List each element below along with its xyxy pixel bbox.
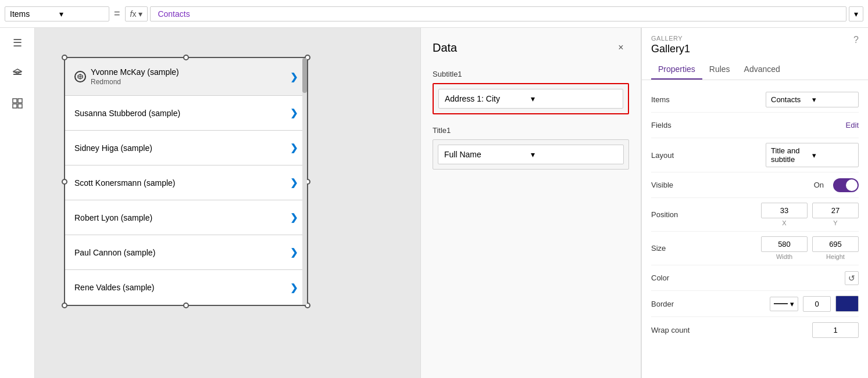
- items-value: Contacts: [771, 95, 812, 104]
- props-panel: GALLERY Gallery1 ? Properties Rules Adva…: [641, 28, 868, 378]
- svg-rect-4: [13, 104, 17, 108]
- color-label: Color: [651, 273, 698, 282]
- subtitle-field-label: Subtitle1: [433, 70, 629, 78]
- gallery-item[interactable]: Sidney Higa (sample) ❯: [65, 131, 307, 165]
- wrap-count-input[interactable]: [812, 322, 859, 338]
- border-value-area: ▾: [698, 296, 859, 312]
- resize-handle-tc[interactable]: [183, 55, 189, 60]
- gallery-item-chevron-icon: ❯: [290, 282, 298, 293]
- title-field-label: Title1: [433, 126, 629, 135]
- fx-italic: fx: [130, 9, 137, 19]
- data-panel-header: Data ×: [433, 39, 629, 56]
- chevron-down-icon: ▾: [854, 9, 858, 19]
- fields-value-area: Edit: [698, 121, 859, 129]
- props-tabs: Properties Rules Advanced: [651, 60, 859, 80]
- gallery-item-chevron-icon: ❯: [290, 71, 298, 82]
- wrap-count-value-area: [721, 322, 859, 338]
- prop-row-wrap-count: Wrap count: [651, 317, 859, 343]
- items-value-dropdown[interactable]: Contacts ▾: [766, 92, 859, 107]
- items-dropdown-chevron: ▾: [59, 9, 104, 19]
- size-value-area: Width Height: [698, 236, 859, 260]
- data-panel-close-button[interactable]: ×: [613, 39, 629, 56]
- gallery-item-content: Yvonne McKay (sample) Redmond: [91, 67, 290, 86]
- svg-rect-5: [18, 104, 22, 108]
- resize-handle-tl[interactable]: [62, 55, 67, 60]
- tab-rules[interactable]: Rules: [702, 60, 737, 80]
- gallery-item[interactable]: Susanna Stubberod (sample) ❯: [65, 96, 307, 131]
- subtitle-value: Address 1: City: [445, 94, 531, 103]
- visible-label: Visible: [651, 181, 698, 189]
- scrollbar-thumb[interactable]: [302, 58, 307, 93]
- size-width-group: Width: [761, 236, 808, 260]
- gallery-item-title: Yvonne McKay (sample): [91, 67, 290, 77]
- subtitle-chevron-icon: ▾: [531, 94, 617, 103]
- border-width-input[interactable]: [803, 296, 831, 312]
- size-height-input[interactable]: [812, 236, 859, 252]
- gallery-item-chevron-icon: ❯: [290, 247, 298, 258]
- gallery-item[interactable]: Paul Cannon (sample) ❯: [65, 235, 307, 270]
- scrollbar-track[interactable]: [302, 58, 307, 305]
- visible-on-label: On: [814, 181, 824, 189]
- visible-value-area: On: [698, 178, 859, 192]
- top-bar: Items ▾ = fx ▾ Contacts ▾: [0, 0, 868, 28]
- fx-chevron: ▾: [138, 9, 142, 19]
- tab-advanced[interactable]: Advanced: [737, 60, 787, 80]
- subtitle-field-box: Address 1: City ▾: [433, 83, 629, 114]
- gallery-item-content: Scott Konersmann (sample): [74, 178, 290, 188]
- subtitle-dropdown[interactable]: Address 1: City ▾: [438, 89, 623, 109]
- border-line-icon: [774, 303, 788, 304]
- title-field-box: Full Name ▾: [433, 139, 629, 170]
- size-width-input[interactable]: [761, 236, 808, 252]
- gallery-item-content: Susanna Stubberod (sample): [74, 109, 290, 118]
- gallery-item-title: Scott Konersmann (sample): [74, 178, 290, 188]
- data-panel-title: Data: [433, 41, 457, 55]
- size-height-group: Height: [812, 236, 859, 260]
- layers-icon[interactable]: [7, 63, 28, 84]
- gallery-item[interactable]: Yvonne McKay (sample) Redmond ❯: [65, 58, 307, 96]
- equals-sign: =: [112, 8, 123, 20]
- resize-handle-bc[interactable]: [183, 303, 189, 308]
- resize-handle-bl[interactable]: [62, 303, 67, 308]
- title-value: Full Name: [444, 150, 531, 159]
- prop-row-fields: Fields Edit: [651, 113, 859, 138]
- gallery-item-title: Susanna Stubberod (sample): [74, 109, 290, 118]
- grid-icon[interactable]: [7, 93, 28, 114]
- gallery-item[interactable]: Scott Konersmann (sample) ❯: [65, 165, 307, 200]
- layout-value-dropdown[interactable]: Title and subtitle ▾: [766, 143, 859, 167]
- gallery-item-title: Robert Lyon (sample): [74, 213, 290, 222]
- fields-edit-link[interactable]: Edit: [846, 121, 859, 129]
- close-icon: ×: [618, 42, 623, 53]
- border-style-chevron-icon: ▾: [790, 300, 794, 308]
- tab-properties[interactable]: Properties: [651, 60, 702, 80]
- position-y-input[interactable]: [812, 203, 859, 218]
- title-dropdown[interactable]: Full Name ▾: [438, 145, 624, 164]
- gallery-item-chevron-icon: ❯: [290, 212, 298, 223]
- gallery-component-name: Gallery1: [651, 43, 859, 55]
- data-panel: Data × Subtitle1 Address 1: City ▾ Title…: [420, 28, 641, 378]
- fx-button[interactable]: fx ▾: [125, 6, 148, 21]
- border-color-picker[interactable]: [835, 296, 859, 312]
- position-x-input[interactable]: [761, 203, 808, 218]
- help-icon[interactable]: ?: [853, 35, 859, 45]
- layout-label: Layout: [651, 151, 698, 160]
- canvas-area[interactable]: Yvonne McKay (sample) Redmond ❯ Susanna …: [35, 28, 420, 378]
- items-dropdown[interactable]: Items ▾: [5, 6, 109, 21]
- title-chevron-icon: ▾: [531, 150, 617, 159]
- color-picker-button[interactable]: ↺: [845, 271, 859, 285]
- props-panel-header: GALLERY Gallery1 ? Properties Rules Adva…: [642, 28, 868, 80]
- resize-handle-ml[interactable]: [62, 179, 67, 185]
- prop-row-layout: Layout Title and subtitle ▾: [651, 138, 859, 172]
- visible-toggle[interactable]: [833, 178, 859, 192]
- items-dropdown-label: Items: [10, 9, 55, 19]
- gallery-item[interactable]: Rene Valdes (sample) ❯: [65, 270, 307, 305]
- formula-expand-button[interactable]: ▾: [849, 6, 863, 21]
- border-style-dropdown[interactable]: ▾: [770, 297, 798, 311]
- position-coords: X Y: [761, 203, 859, 226]
- color-value-area: ↺: [698, 271, 859, 285]
- position-x-group: X: [761, 203, 808, 226]
- menu-icon[interactable]: ☰: [7, 33, 28, 53]
- item-avatar-icon: [74, 71, 86, 82]
- gallery-item[interactable]: Robert Lyon (sample) ❯: [65, 200, 307, 235]
- formula-bar[interactable]: Contacts: [150, 6, 846, 21]
- gallery-item-title: Paul Cannon (sample): [74, 248, 290, 257]
